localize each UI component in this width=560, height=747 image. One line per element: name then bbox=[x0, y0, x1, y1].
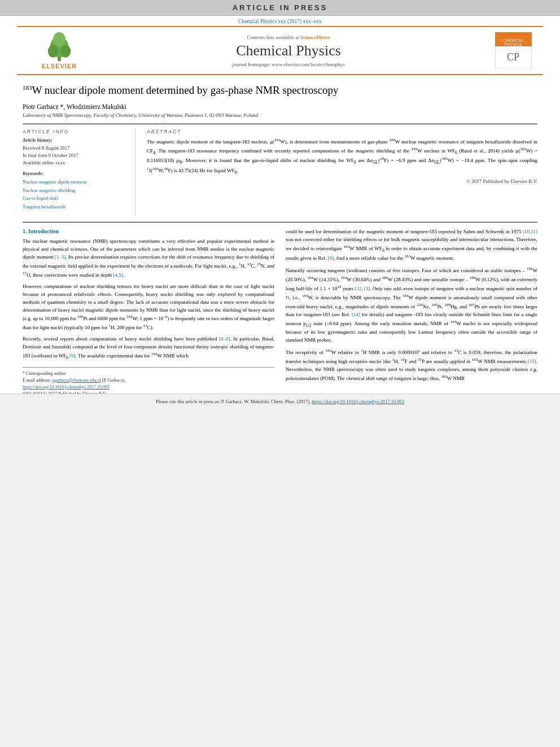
received-text: Received 8 August 2017 bbox=[23, 145, 128, 152]
homepage-line: journal homepage: www.elsevier.com/locat… bbox=[90, 62, 487, 67]
journal-header-center: Contents lists available at ScienceDirec… bbox=[90, 34, 487, 67]
journal-ref: Chemical Physics xxx (2017) xxx–xxx bbox=[0, 16, 560, 26]
ref-9[interactable]: [9] bbox=[69, 353, 76, 359]
chemical-physics-logo-icon: CHEMICAL PHYSICS CP bbox=[495, 32, 532, 69]
authors: Piotr Garbacz *, Włodzimierz Makulski bbox=[23, 103, 537, 110]
article-info-label: ARTICLE INFO bbox=[23, 129, 128, 134]
cite-bar: Please cite this article in press as: P.… bbox=[0, 394, 560, 409]
contents-label: Contents lists available at bbox=[247, 34, 299, 40]
article-title-text: W nuclear dipole moment determined by ga… bbox=[32, 84, 339, 96]
article-info-col: ARTICLE INFO Article history: Received 8… bbox=[23, 129, 135, 215]
body-para-2: However, computations of nuclear shieldi… bbox=[23, 283, 274, 333]
svg-text:CHEMICAL: CHEMICAL bbox=[503, 38, 523, 42]
title-superscript: 183 bbox=[23, 84, 32, 91]
article-history-group: Article history: Received 8 August 2017 … bbox=[23, 137, 128, 166]
elsevier-tree-icon bbox=[37, 32, 82, 63]
body-para-right-3: The receptivity of 183W relative to 1H N… bbox=[286, 348, 537, 383]
svg-point-4 bbox=[53, 32, 65, 47]
elsevier-logo-area: ELSEVIER bbox=[28, 32, 90, 69]
body-para-right-1: could be used for determination of the m… bbox=[286, 228, 537, 263]
article-info-abstract: ARTICLE INFO Article history: Received 8… bbox=[23, 124, 537, 215]
main-content: 183W nuclear dipole moment determined by… bbox=[0, 75, 560, 409]
footnote-doi-link[interactable]: https://doi.org/10.1016/j.chemphys.2017.… bbox=[23, 385, 110, 390]
footnote-doi: https://doi.org/10.1016/j.chemphys.2017.… bbox=[23, 384, 274, 391]
keyword-3: Gas-to-liquid shift bbox=[23, 194, 128, 202]
affiliation: Laboratory of NMR Spectroscopy, Faculty … bbox=[23, 112, 537, 118]
article-title-area: 183W nuclear dipole moment determined by… bbox=[23, 84, 537, 98]
ref-9b[interactable]: [9] bbox=[328, 255, 334, 261]
sciencedirect-link[interactable]: ScienceDirect bbox=[300, 34, 330, 40]
cite-bar-doi-link[interactable]: https://doi.org/10.1016/j.chemphys.2017.… bbox=[312, 399, 404, 404]
final-form-text: In final form 9 October 2017 bbox=[23, 152, 128, 159]
body-para-right-2: Naturally occurring tungsten (wolfram) c… bbox=[286, 266, 537, 344]
svg-text:CP: CP bbox=[507, 51, 519, 63]
keyword-1: Nuclear magnetic dipole moment bbox=[23, 178, 128, 186]
ref-12-13[interactable]: [12,13] bbox=[355, 286, 370, 291]
footnote-corresponding: * Corresponding author. bbox=[23, 370, 274, 377]
contents-line: Contents lists available at ScienceDirec… bbox=[90, 34, 487, 40]
ref-15[interactable]: [15] bbox=[528, 359, 536, 364]
svg-point-3 bbox=[60, 45, 71, 58]
article-title: 183W nuclear dipole moment determined by… bbox=[23, 84, 537, 98]
footnote-area: * Corresponding author. E-mail address: … bbox=[23, 367, 274, 397]
body-para-1: The nuclear magnetic resonance (NMR) spe… bbox=[23, 238, 274, 279]
ref-14[interactable]: [14] bbox=[352, 312, 360, 317]
section1-heading: 1. Introduction bbox=[23, 228, 274, 234]
ref-1-3[interactable]: [1–3] bbox=[55, 254, 66, 260]
ref-10-11[interactable]: [10,11] bbox=[523, 229, 537, 234]
footnote-email: E-mail address: pgarbacz@chem.uw.edu.pl … bbox=[23, 377, 274, 384]
ref-6-8[interactable]: [6–8] bbox=[219, 336, 230, 342]
keywords-title: Keywords: bbox=[23, 171, 128, 176]
available-text: Available online xxxx bbox=[23, 159, 128, 167]
keywords-group: Keywords: Nuclear magnetic dipole moment… bbox=[23, 171, 128, 211]
keywords-list: Nuclear magnetic dipole moment Nuclear m… bbox=[23, 178, 128, 211]
aip-banner: ARTICLE IN PRESS bbox=[0, 0, 560, 16]
footnote-email-link[interactable]: pgarbacz@chem.uw.edu.pl bbox=[52, 378, 101, 383]
cite-bar-text: Please cite this article in press as: P.… bbox=[156, 399, 310, 404]
journal-title: Chemical Physics bbox=[90, 42, 487, 59]
journal-ref-text: Chemical Physics xxx (2017) xxx–xxx bbox=[238, 19, 322, 24]
copyright: © 2017 Published by Elsevier B.V. bbox=[147, 178, 537, 184]
svg-point-2 bbox=[48, 45, 58, 58]
journal-logo-area: CHEMICAL PHYSICS CP bbox=[487, 32, 532, 69]
ref-4-5[interactable]: [4,5] bbox=[113, 272, 123, 278]
aip-banner-text: ARTICLE IN PRESS bbox=[233, 3, 328, 12]
body-para-3: Recently, several reports about computat… bbox=[23, 335, 274, 361]
abstract-text: The magnetic dipole moment of the tungst… bbox=[147, 137, 537, 176]
body-area: 1. Introduction The nuclear magnetic res… bbox=[23, 222, 537, 397]
body-col-left: 1. Introduction The nuclear magnetic res… bbox=[23, 228, 274, 397]
keyword-2: Nuclear magnetic shielding bbox=[23, 186, 128, 194]
body-two-col: 1. Introduction The nuclear magnetic res… bbox=[23, 228, 537, 397]
abstract-label: ABSTRACT bbox=[147, 129, 537, 134]
abstract-col: ABSTRACT The magnetic dipole moment of t… bbox=[147, 129, 537, 215]
article-history-title: Article history: bbox=[23, 137, 128, 143]
body-col-right: could be used for determination of the m… bbox=[286, 228, 537, 397]
keyword-4: Tungsten hexafluoride bbox=[23, 203, 128, 211]
authors-text: Piotr Garbacz *, Włodzimierz Makulski bbox=[23, 103, 126, 110]
header-area: ELSEVIER Contents lists available at Sci… bbox=[17, 26, 543, 75]
elsevier-label: ELSEVIER bbox=[42, 63, 77, 69]
page: ARTICLE IN PRESS Chemical Physics xxx (2… bbox=[0, 0, 560, 409]
svg-text:PHYSICS: PHYSICS bbox=[505, 42, 522, 46]
